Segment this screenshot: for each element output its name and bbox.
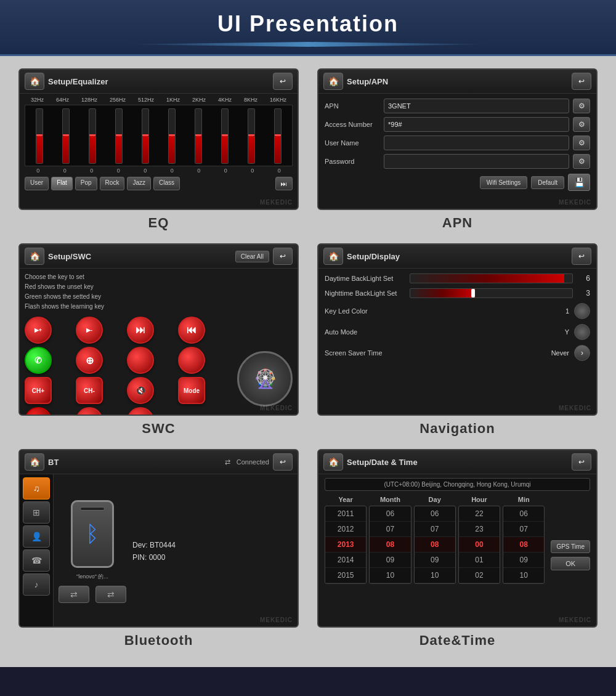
eq-bar-32hz[interactable]: [28, 108, 52, 166]
eq-bar-2khz[interactable]: [186, 108, 210, 166]
swc-prev-track[interactable]: ⏮: [178, 317, 205, 344]
datetime-hour-01[interactable]: 01: [459, 552, 500, 568]
datetime-scroll-min[interactable]: 06 07 08 09 10: [503, 506, 545, 584]
swc-mode[interactable]: Mode: [178, 377, 205, 404]
swc-home-button[interactable]: 🏠: [25, 248, 44, 265]
bt-sidebar-music[interactable]: ♫: [23, 477, 50, 500]
bt-sidebar-phone[interactable]: ☎: [23, 549, 50, 572]
swc-pause[interactable]: ⏸: [127, 407, 154, 416]
swc-call-hang[interactable]: ✆: [25, 407, 52, 416]
datetime-month-10[interactable]: 10: [370, 568, 410, 583]
apn-input-access[interactable]: [384, 117, 569, 132]
display-toggle-keyled[interactable]: [574, 303, 590, 319]
datetime-day-07[interactable]: 07: [415, 522, 455, 537]
datetime-year-2014[interactable]: 2014: [325, 552, 366, 568]
datetime-year-2015[interactable]: 2015: [325, 568, 366, 583]
eq-preset-rock[interactable]: Rock: [100, 177, 125, 190]
datetime-month-08[interactable]: 08: [370, 537, 410, 552]
apn-gear-access[interactable]: ⚙: [573, 117, 590, 132]
datetime-ok-button[interactable]: OK: [551, 557, 590, 570]
bt-home-button[interactable]: 🏠: [25, 453, 44, 471]
display-back-button[interactable]: ↩: [572, 248, 591, 265]
swc-mute[interactable]: 🔇: [127, 377, 154, 404]
display-home-button[interactable]: 🏠: [323, 248, 343, 265]
bt-disconnect-button[interactable]: ⇄: [95, 586, 126, 603]
swc-vol-up[interactable]: ▶+: [25, 317, 52, 344]
eq-bar-1khz[interactable]: [160, 108, 184, 166]
apn-input-apn[interactable]: [384, 99, 569, 113]
eq-preset-flat[interactable]: Flat: [51, 177, 73, 190]
swc-power[interactable]: ⏻: [76, 407, 103, 416]
apn-gear-apn[interactable]: ⚙: [573, 99, 590, 113]
apn-home-button[interactable]: 🏠: [323, 73, 343, 90]
datetime-hour-02[interactable]: 02: [459, 568, 500, 583]
swc-btn-7[interactable]: [178, 347, 205, 374]
datetime-day-09[interactable]: 09: [415, 552, 455, 568]
bt-sidebar-contact[interactable]: 👤: [23, 525, 50, 548]
datetime-year-2011[interactable]: 2011: [325, 506, 366, 522]
eq-bar-128hz[interactable]: [81, 108, 105, 166]
swc-next-track[interactable]: ⏭: [127, 317, 154, 344]
swc-call-accept[interactable]: ✆: [25, 347, 52, 374]
eq-preset-pop[interactable]: Pop: [75, 177, 97, 190]
apn-input-password[interactable]: [384, 154, 569, 169]
datetime-scroll-hour[interactable]: 22 23 00 01 02: [458, 506, 500, 584]
eq-preset-user[interactable]: User: [25, 177, 49, 190]
datetime-month-09[interactable]: 09: [370, 552, 410, 568]
datetime-min-09[interactable]: 09: [503, 552, 544, 568]
datetime-min-07[interactable]: 07: [503, 522, 544, 537]
swc-btn-6[interactable]: [127, 347, 154, 374]
apn-save-button[interactable]: 💾: [568, 174, 590, 191]
swc-clear-all-button[interactable]: Clear All: [235, 251, 269, 262]
bt-back-button[interactable]: ↩: [273, 453, 293, 471]
eq-bar-16khz[interactable]: [265, 108, 290, 166]
datetime-back-button[interactable]: ↩: [572, 453, 591, 471]
datetime-gps-button[interactable]: GPS Time: [551, 540, 590, 553]
datetime-min-08[interactable]: 08: [503, 537, 544, 552]
datetime-scroll-day[interactable]: 06 07 08 09 10: [414, 506, 456, 584]
apn-back-button[interactable]: ↩: [572, 73, 591, 90]
swc-ch-plus[interactable]: CH+: [25, 377, 52, 404]
apn-gear-password[interactable]: ⚙: [573, 154, 590, 169]
bt-sidebar-music2[interactable]: ♪: [23, 573, 50, 596]
datetime-hour-22[interactable]: 22: [459, 506, 500, 522]
datetime-min-06[interactable]: 06: [503, 506, 544, 522]
swc-back-button[interactable]: ↩: [273, 248, 293, 265]
eq-preset-jazz[interactable]: Jazz: [127, 177, 151, 190]
eq-skip-button[interactable]: ⏭: [275, 177, 293, 190]
display-nav-screensaver[interactable]: ›: [574, 345, 590, 361]
datetime-year-2012[interactable]: 2012: [325, 522, 366, 537]
eq-bar-4khz[interactable]: [213, 108, 237, 166]
eq-home-button[interactable]: 🏠: [25, 73, 44, 90]
bt-connect-button[interactable]: ⇄: [59, 586, 89, 603]
datetime-scroll-year[interactable]: 2011 2012 2013 2014 2015: [325, 506, 367, 584]
swc-ch-minus[interactable]: CH-: [76, 377, 103, 404]
swc-btn-5[interactable]: ⊕: [76, 347, 103, 374]
datetime-hour-23[interactable]: 23: [459, 522, 500, 537]
bt-sidebar-grid[interactable]: ⊞: [23, 501, 50, 524]
apn-input-username[interactable]: [384, 136, 569, 150]
datetime-hour-00[interactable]: 00: [459, 537, 500, 552]
eq-bar-256hz[interactable]: [107, 108, 131, 166]
apn-default-button[interactable]: Default: [531, 176, 564, 189]
datetime-day-10[interactable]: 10: [415, 568, 455, 583]
swc-vol-down[interactable]: ▶-: [76, 317, 103, 344]
display-slider-nighttime[interactable]: [410, 288, 573, 298]
display-slider-daytime[interactable]: [410, 273, 573, 283]
apn-wifi-settings-button[interactable]: Wifi Settings: [480, 176, 528, 189]
datetime-year-2013[interactable]: 2013: [325, 537, 366, 552]
eq-bar-64hz[interactable]: [54, 108, 78, 166]
eq-back-button[interactable]: ↩: [273, 73, 293, 90]
datetime-month-06[interactable]: 06: [370, 506, 410, 522]
eq-preset-class[interactable]: Class: [153, 177, 180, 190]
datetime-home-button[interactable]: 🏠: [323, 453, 343, 471]
eq-bar-8khz[interactable]: [239, 108, 263, 166]
eq-bar-512hz[interactable]: [134, 108, 158, 166]
datetime-month-07[interactable]: 07: [370, 522, 410, 537]
datetime-min-10[interactable]: 10: [503, 568, 544, 583]
display-toggle-automode[interactable]: [574, 324, 590, 340]
datetime-scroll-month[interactable]: 06 07 08 09 10: [369, 506, 411, 584]
apn-gear-username[interactable]: ⚙: [573, 136, 590, 150]
datetime-day-06[interactable]: 06: [415, 506, 455, 522]
datetime-day-08[interactable]: 08: [415, 537, 455, 552]
